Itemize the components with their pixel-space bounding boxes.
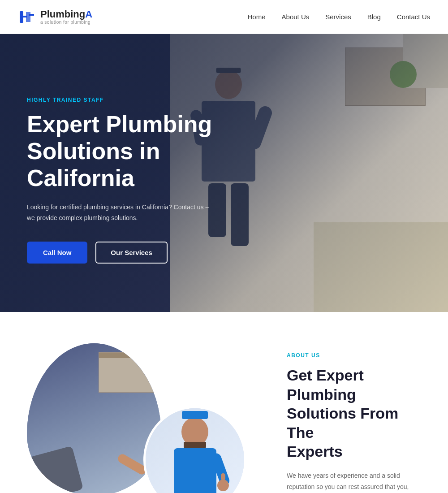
hero-description: Looking for certified plumbing services … — [27, 202, 215, 224]
nav-about[interactable]: About Us — [282, 13, 310, 21]
nav-links: Home About Us Services Blog Contact Us — [248, 13, 430, 21]
about-title-line3: Experts — [287, 443, 343, 460]
nav-services[interactable]: Services — [325, 13, 351, 21]
about-title-line1: Get Expert Plumbing — [287, 367, 364, 403]
about-label: ABOUT US — [287, 352, 421, 359]
about-title: Get Expert Plumbing Solutions From The E… — [287, 366, 421, 461]
about-images — [27, 343, 260, 493]
about-title-line2: Solutions From The — [287, 405, 398, 441]
logo-brand: PlumbingA — [40, 9, 92, 20]
hero-title: Expert Plumbing Solutions in California — [27, 111, 242, 191]
navbar: PlumbingA a solution for plumbing Home A… — [0, 0, 448, 34]
hero-buttons: Call Now Our Services — [27, 242, 242, 264]
blue-plumber-head — [181, 417, 208, 446]
logo-text: PlumbingA a solution for plumbing — [40, 9, 92, 25]
about-secondary-image — [143, 406, 246, 493]
hero-title-line2: Solutions in California — [27, 138, 160, 191]
nav-home[interactable]: Home — [248, 13, 266, 21]
about-plumber-working — [31, 406, 157, 493]
hero-subtitle: HIGHLY TRAINED STAFF — [27, 97, 242, 103]
about-cabinet — [99, 352, 157, 393]
plant-leaves — [34, 346, 49, 359]
logo-tagline: a solution for plumbing — [40, 20, 92, 25]
nav-blog[interactable]: Blog — [367, 13, 381, 21]
plant-stem — [40, 359, 43, 364]
blue-plumber-fist — [217, 480, 229, 491]
our-services-button[interactable]: Our Services — [95, 242, 168, 264]
logo[interactable]: PlumbingA a solution for plumbing — [18, 8, 92, 26]
about-cabinet-top — [99, 353, 156, 358]
logo-icon — [18, 8, 37, 26]
blue-plumber-hat — [182, 411, 208, 419]
nav-contact[interactable]: Contact Us — [397, 13, 430, 21]
about-main-image — [27, 343, 161, 493]
call-now-button[interactable]: Call Now — [27, 242, 87, 264]
about-plumber-body — [29, 446, 83, 493]
blue-plumber-body — [174, 448, 216, 493]
hero-section: HIGHLY TRAINED STAFF Expert Plumbing Sol… — [0, 34, 448, 312]
hero-content: HIGHLY TRAINED STAFF Expert Plumbing Sol… — [0, 34, 269, 264]
about-plant — [34, 346, 49, 363]
about-content: ABOUT US Get Expert Plumbing Solutions F… — [287, 343, 421, 493]
about-section: ABOUT US Get Expert Plumbing Solutions F… — [0, 312, 448, 493]
about-description: We have years of experience and a solid … — [287, 470, 421, 493]
hero-title-line1: Expert Plumbing — [27, 111, 212, 137]
blue-plumber — [166, 417, 224, 493]
blue-plumber-thumb — [221, 473, 225, 480]
